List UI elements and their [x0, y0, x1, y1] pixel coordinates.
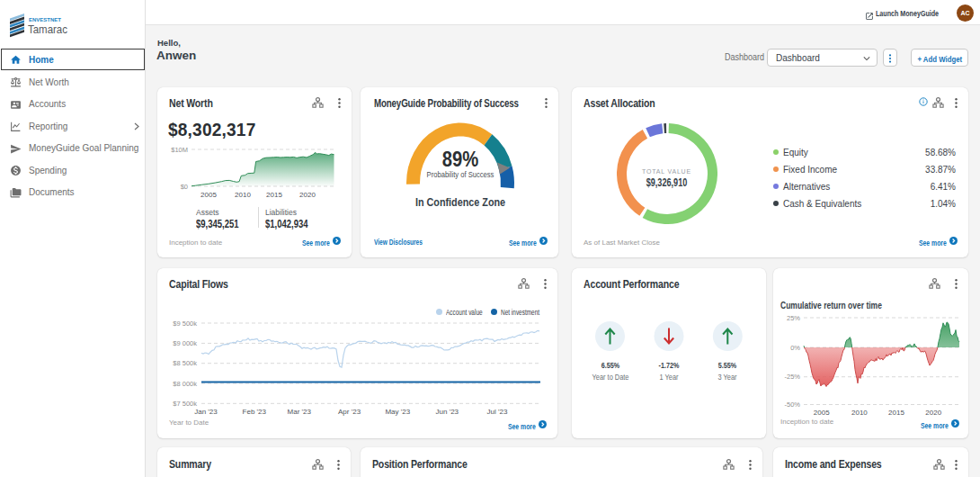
svg-text:$8 500k: $8 500k — [173, 359, 197, 367]
svg-text:May '23: May '23 — [385, 408, 410, 416]
svg-text:$9 500k: $9 500k — [173, 320, 197, 328]
svg-text:25%: 25% — [787, 314, 800, 322]
svg-text:2005: 2005 — [814, 409, 830, 417]
svg-text:Jul '23: Jul '23 — [487, 408, 508, 416]
svg-text:Jan '23: Jan '23 — [194, 408, 218, 416]
svg-text:Mar '23: Mar '23 — [288, 408, 312, 416]
svg-text:2010: 2010 — [851, 409, 868, 417]
svg-text:2015: 2015 — [888, 409, 904, 417]
svg-text:$8 000k: $8 000k — [173, 380, 197, 388]
svg-text:$10M: $10M — [171, 146, 188, 154]
svg-text:2010: 2010 — [235, 191, 251, 199]
svg-text:-50%: -50% — [784, 400, 800, 409]
svg-text:2020: 2020 — [299, 191, 316, 199]
svg-text:Apr '23: Apr '23 — [338, 408, 361, 416]
svg-text:$9 000k: $9 000k — [173, 339, 197, 347]
svg-text:2020: 2020 — [925, 409, 941, 417]
svg-text:Feb '23: Feb '23 — [243, 408, 267, 416]
svg-text:Tamarac: Tamarac — [28, 22, 67, 36]
svg-text:$0: $0 — [181, 183, 188, 191]
svg-text:2015: 2015 — [266, 191, 282, 199]
svg-text:2005: 2005 — [200, 191, 217, 199]
svg-text:Jun '23: Jun '23 — [436, 408, 459, 416]
svg-text:-25%: -25% — [784, 373, 800, 381]
svg-text:$7 500k: $7 500k — [173, 400, 197, 408]
svg-text:0%: 0% — [790, 344, 800, 352]
